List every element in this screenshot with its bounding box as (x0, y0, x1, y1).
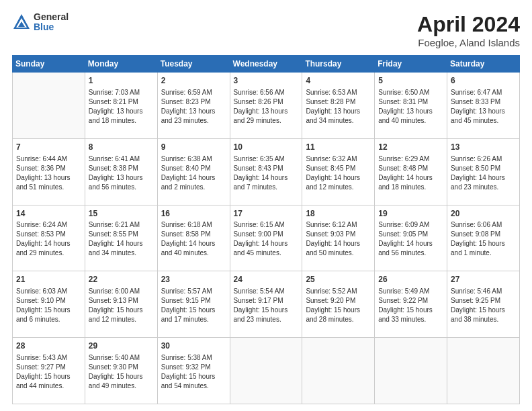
calendar-day-header: Monday (85, 56, 157, 73)
day-number: 5 (378, 75, 443, 87)
day-info: Sunrise: 6:35 AM Sunset: 8:43 PM Dayligh… (234, 154, 299, 192)
calendar-day-cell: 21Sunrise: 6:03 AM Sunset: 9:10 PM Dayli… (13, 271, 85, 338)
day-number: 9 (161, 142, 226, 153)
day-number: 24 (234, 274, 299, 285)
day-info: Sunrise: 5:57 AM Sunset: 9:15 PM Dayligh… (161, 287, 226, 324)
day-number: 19 (378, 208, 443, 220)
day-info: Sunrise: 5:52 AM Sunset: 9:20 PM Dayligh… (306, 287, 371, 324)
day-number: 17 (234, 208, 299, 220)
calendar-week-row: 28Sunrise: 5:43 AM Sunset: 9:27 PM Dayli… (13, 338, 520, 404)
calendar-day-cell: 7Sunrise: 6:44 AM Sunset: 8:36 PM Daylig… (13, 138, 85, 205)
calendar-day-cell (230, 338, 302, 404)
day-number: 30 (161, 340, 226, 352)
day-number: 6 (451, 75, 516, 87)
day-number: 23 (161, 274, 226, 285)
calendar-day-cell: 12Sunrise: 6:29 AM Sunset: 8:48 PM Dayli… (375, 138, 447, 205)
day-number: 28 (16, 340, 81, 352)
day-number: 20 (451, 208, 516, 220)
day-info: Sunrise: 5:40 AM Sunset: 9:30 PM Dayligh… (89, 353, 154, 391)
day-number: 29 (89, 340, 154, 352)
day-info: Sunrise: 6:29 AM Sunset: 8:48 PM Dayligh… (378, 154, 443, 192)
day-number: 3 (234, 75, 299, 87)
header: General Blue April 2024 Foegloe, Aland I… (12, 12, 520, 48)
calendar-day-cell: 13Sunrise: 6:26 AM Sunset: 8:50 PM Dayli… (447, 138, 520, 205)
day-info: Sunrise: 6:44 AM Sunset: 8:36 PM Dayligh… (16, 154, 81, 192)
day-number: 4 (306, 75, 371, 87)
day-info: Sunrise: 6:00 AM Sunset: 9:13 PM Dayligh… (89, 287, 154, 324)
day-info: Sunrise: 6:21 AM Sunset: 8:55 PM Dayligh… (89, 220, 154, 258)
calendar-day-cell: 30Sunrise: 5:38 AM Sunset: 9:32 PM Dayli… (157, 338, 230, 404)
calendar-week-row: 7Sunrise: 6:44 AM Sunset: 8:36 PM Daylig… (13, 138, 520, 205)
day-info: Sunrise: 6:59 AM Sunset: 8:23 PM Dayligh… (161, 88, 226, 126)
calendar-day-header: Sunday (13, 56, 85, 73)
calendar-day-cell: 1Sunrise: 7:03 AM Sunset: 8:21 PM Daylig… (85, 73, 157, 139)
logo-text: General Blue (34, 12, 69, 33)
calendar-day-cell: 10Sunrise: 6:35 AM Sunset: 8:43 PM Dayli… (230, 138, 302, 205)
calendar-day-cell: 8Sunrise: 6:41 AM Sunset: 8:38 PM Daylig… (85, 138, 157, 205)
day-number: 12 (378, 142, 443, 153)
calendar-day-cell (375, 338, 447, 404)
calendar-day-cell: 16Sunrise: 6:18 AM Sunset: 8:58 PM Dayli… (157, 205, 230, 271)
day-info: Sunrise: 6:03 AM Sunset: 9:10 PM Dayligh… (16, 287, 81, 324)
calendar-day-cell: 9Sunrise: 6:38 AM Sunset: 8:40 PM Daylig… (157, 138, 230, 205)
calendar-day-header: Thursday (302, 56, 375, 73)
calendar-day-cell: 22Sunrise: 6:00 AM Sunset: 9:13 PM Dayli… (85, 271, 157, 338)
calendar-day-cell: 5Sunrise: 6:50 AM Sunset: 8:31 PM Daylig… (375, 73, 447, 139)
day-number: 25 (306, 274, 371, 285)
day-number: 22 (89, 274, 154, 285)
day-info: Sunrise: 6:15 AM Sunset: 9:00 PM Dayligh… (234, 220, 299, 258)
day-info: Sunrise: 6:12 AM Sunset: 9:03 PM Dayligh… (306, 220, 371, 258)
calendar-day-cell: 27Sunrise: 5:46 AM Sunset: 9:25 PM Dayli… (447, 271, 520, 338)
calendar-day-cell: 11Sunrise: 6:32 AM Sunset: 8:45 PM Dayli… (302, 138, 375, 205)
calendar-day-cell (13, 73, 85, 139)
day-number: 14 (16, 208, 81, 220)
calendar-day-cell: 2Sunrise: 6:59 AM Sunset: 8:23 PM Daylig… (157, 73, 230, 139)
day-number: 7 (16, 142, 81, 153)
calendar-day-cell: 15Sunrise: 6:21 AM Sunset: 8:55 PM Dayli… (85, 205, 157, 271)
calendar-day-cell: 25Sunrise: 5:52 AM Sunset: 9:20 PM Dayli… (302, 271, 375, 338)
main-title: April 2024 (417, 12, 520, 37)
calendar-day-cell: 23Sunrise: 5:57 AM Sunset: 9:15 PM Dayli… (157, 271, 230, 338)
calendar-day-header: Friday (375, 56, 447, 73)
calendar-day-header: Tuesday (157, 56, 230, 73)
calendar-table: SundayMondayTuesdayWednesdayThursdayFrid… (12, 55, 520, 404)
day-number: 1 (89, 75, 154, 87)
day-info: Sunrise: 6:56 AM Sunset: 8:26 PM Dayligh… (234, 88, 299, 126)
title-block: April 2024 Foegloe, Aland Islands (417, 12, 520, 48)
day-number: 26 (378, 274, 443, 285)
calendar-header-row: SundayMondayTuesdayWednesdayThursdayFrid… (13, 56, 520, 73)
calendar-week-row: 14Sunrise: 6:24 AM Sunset: 8:53 PM Dayli… (13, 205, 520, 271)
day-info: Sunrise: 6:26 AM Sunset: 8:50 PM Dayligh… (451, 154, 516, 192)
calendar-day-cell: 18Sunrise: 6:12 AM Sunset: 9:03 PM Dayli… (302, 205, 375, 271)
calendar-day-cell: 28Sunrise: 5:43 AM Sunset: 9:27 PM Dayli… (13, 338, 85, 404)
day-info: Sunrise: 5:38 AM Sunset: 9:32 PM Dayligh… (161, 353, 226, 391)
day-number: 15 (89, 208, 154, 220)
calendar-day-cell: 19Sunrise: 6:09 AM Sunset: 9:05 PM Dayli… (375, 205, 447, 271)
day-number: 8 (89, 142, 154, 153)
day-number: 21 (16, 274, 81, 285)
day-number: 27 (451, 274, 516, 285)
calendar-day-cell (302, 338, 375, 404)
day-info: Sunrise: 5:49 AM Sunset: 9:22 PM Dayligh… (378, 287, 443, 324)
day-info: Sunrise: 6:32 AM Sunset: 8:45 PM Dayligh… (306, 154, 371, 192)
day-info: Sunrise: 6:53 AM Sunset: 8:28 PM Dayligh… (306, 88, 371, 126)
calendar-day-cell: 20Sunrise: 6:06 AM Sunset: 9:08 PM Dayli… (447, 205, 520, 271)
subtitle: Foegloe, Aland Islands (417, 37, 520, 48)
day-info: Sunrise: 6:24 AM Sunset: 8:53 PM Dayligh… (16, 220, 81, 258)
day-number: 10 (234, 142, 299, 153)
day-info: Sunrise: 6:38 AM Sunset: 8:40 PM Dayligh… (161, 154, 226, 192)
calendar-day-cell (447, 338, 520, 404)
calendar-day-cell: 3Sunrise: 6:56 AM Sunset: 8:26 PM Daylig… (230, 73, 302, 139)
logo-icon (12, 13, 31, 32)
calendar-week-row: 21Sunrise: 6:03 AM Sunset: 9:10 PM Dayli… (13, 271, 520, 338)
calendar-week-row: 1Sunrise: 7:03 AM Sunset: 8:21 PM Daylig… (13, 73, 520, 139)
day-number: 16 (161, 208, 226, 220)
calendar-day-cell: 4Sunrise: 6:53 AM Sunset: 8:28 PM Daylig… (302, 73, 375, 139)
day-info: Sunrise: 6:09 AM Sunset: 9:05 PM Dayligh… (378, 220, 443, 258)
day-info: Sunrise: 6:06 AM Sunset: 9:08 PM Dayligh… (451, 220, 516, 258)
calendar-day-cell: 29Sunrise: 5:40 AM Sunset: 9:30 PM Dayli… (85, 338, 157, 404)
day-info: Sunrise: 5:43 AM Sunset: 9:27 PM Dayligh… (16, 353, 81, 391)
day-info: Sunrise: 6:41 AM Sunset: 8:38 PM Dayligh… (89, 154, 154, 192)
day-info: Sunrise: 5:46 AM Sunset: 9:25 PM Dayligh… (451, 287, 516, 324)
calendar-day-cell: 14Sunrise: 6:24 AM Sunset: 8:53 PM Dayli… (13, 205, 85, 271)
